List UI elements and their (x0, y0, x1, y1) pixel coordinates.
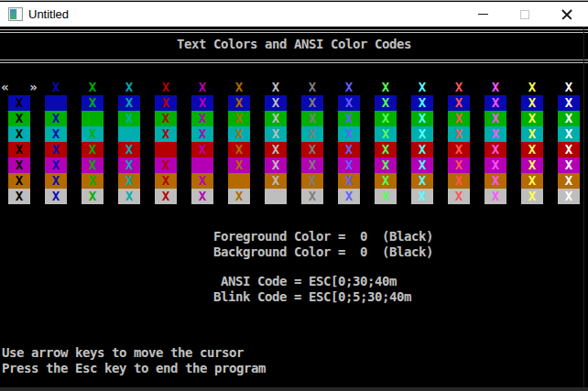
background-color-block: X (8, 157, 30, 173)
color-cell: X (477, 189, 514, 204)
color-sample-char: X (375, 173, 397, 189)
color-sample-char: X (338, 142, 360, 157)
color-cell: X (38, 173, 74, 189)
color-sample-char: X (228, 189, 250, 204)
color-cell: X (331, 189, 367, 204)
color-cell: X (294, 126, 331, 142)
help-line-esc: Press the Esc key to end the program (2, 361, 266, 376)
color-cell: X (477, 95, 514, 111)
color-cell: X (550, 173, 587, 189)
background-color-block: X (411, 95, 433, 111)
background-color-block: X (485, 111, 506, 126)
background-color-block: X (521, 80, 543, 95)
color-sample-char: X (411, 80, 433, 95)
color-sample-char: X (265, 142, 287, 157)
color-cell: X (221, 80, 257, 95)
color-sample-char: X (228, 173, 250, 189)
close-button[interactable] (546, 2, 588, 27)
color-cell: X (111, 142, 147, 157)
background-color-block: X (521, 173, 543, 189)
color-cell: X (514, 173, 550, 189)
background-color-block: X (265, 173, 287, 189)
color-cell: X (331, 95, 367, 111)
background-color-block: X (521, 189, 543, 204)
background-color-block: X (485, 80, 506, 95)
background-color-block: X (155, 189, 177, 204)
color-cell: X«» (1, 80, 38, 95)
double-rule-bottom (0, 60, 588, 63)
color-sample-char: X (118, 95, 140, 111)
color-sample-char: X (411, 189, 433, 204)
color-sample-char: X (8, 157, 30, 173)
color-sample-char: X (411, 126, 433, 142)
background-color-block: X (82, 173, 103, 189)
color-sample-char: X (82, 189, 103, 204)
color-cell: X (477, 111, 514, 126)
background-color-block: X (45, 157, 67, 173)
color-sample-char: X (448, 126, 470, 142)
color-grid: X«»XXXXXXXXXXXXXXXXXXXXXXXXXXXXXXXXXXXXX… (1, 80, 587, 204)
background-color-block: X (118, 126, 140, 142)
color-cell: X (477, 126, 514, 142)
background-color-block: X (485, 142, 506, 157)
background-color-block: X (521, 142, 543, 157)
color-cell: X (514, 95, 550, 111)
color-cell: X (441, 80, 477, 95)
title-bar[interactable]: Untitled (0, 2, 588, 27)
color-cell: X (477, 80, 514, 95)
color-cell: X (331, 126, 367, 142)
color-sample-char: X (558, 80, 580, 95)
color-cell: X (514, 142, 550, 157)
color-sample-char: X (45, 80, 67, 95)
background-color-block: X (191, 80, 213, 95)
color-sample-char: X (82, 95, 103, 111)
color-cell: X (367, 95, 404, 111)
color-cell: X (38, 95, 74, 111)
background-color-block: X (338, 95, 360, 111)
background-color-block: X (338, 142, 360, 157)
background-color-block: X (375, 95, 397, 111)
background-color-block: X (411, 80, 433, 95)
color-sample-char: X (301, 189, 323, 204)
background-color-block: X (375, 80, 397, 95)
color-sample-char: X (558, 111, 580, 126)
color-cell: X (38, 142, 74, 157)
color-cell: X (184, 142, 221, 157)
color-cell: X (331, 80, 367, 95)
background-color-block: X (375, 126, 397, 142)
color-cell: X (74, 142, 111, 157)
color-sample-char: X (82, 111, 103, 126)
color-sample-char: X (265, 95, 287, 111)
color-sample-char: X (8, 173, 30, 189)
console-screen[interactable]: Text Colors and ANSI Color Codes X«»XXXX… (0, 27, 588, 391)
background-color-block: X (448, 142, 470, 157)
color-cell: X (221, 126, 257, 142)
color-sample-char: X (191, 157, 213, 173)
color-sample-char: X (558, 173, 580, 189)
background-color-block: X (301, 111, 323, 126)
background-color-block: X (191, 111, 213, 126)
color-sample-char: X (375, 95, 397, 111)
foreground-color-status: Foreground Color = 0 (Black) (213, 229, 433, 244)
minimize-button[interactable] (462, 2, 504, 27)
color-sample-char: X (485, 173, 506, 189)
color-sample-char: X (485, 142, 506, 157)
color-cell: X (38, 157, 74, 173)
background-color-block: X (8, 142, 30, 157)
background-color-block: X (191, 95, 213, 111)
background-color-block: X (8, 111, 30, 126)
background-color-block: X (82, 142, 103, 157)
color-cell: X (147, 142, 184, 157)
color-sample-char: X (191, 95, 213, 111)
console-app-icon[interactable] (8, 7, 23, 21)
color-sample-char: X (45, 189, 67, 204)
color-cell: X (147, 126, 184, 142)
color-cell: X (257, 142, 294, 157)
background-color-block: X (228, 173, 250, 189)
color-cell: X (74, 189, 111, 204)
color-cell: X (74, 80, 111, 95)
color-sample-char: X (485, 111, 506, 126)
color-cell: X (550, 189, 587, 204)
color-cell: X (1, 111, 38, 126)
color-cell: X (147, 189, 184, 204)
